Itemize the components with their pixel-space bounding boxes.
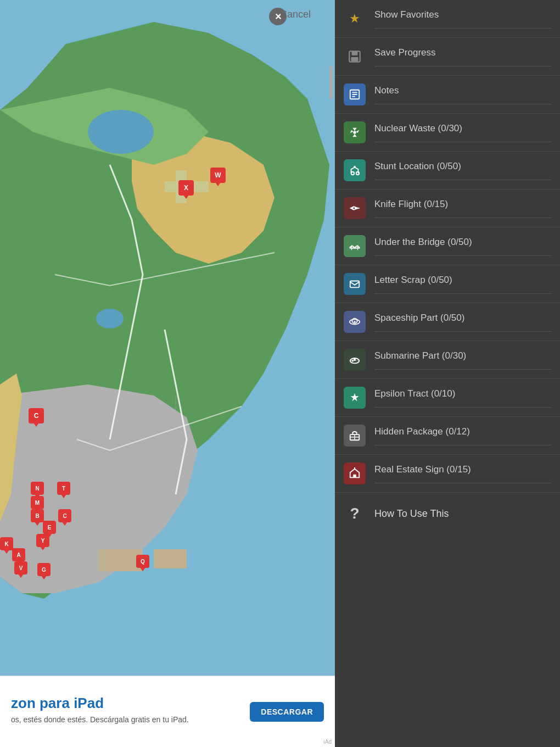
notes-icon <box>344 83 366 105</box>
notes-label: Notes <box>374 85 551 104</box>
submarine-part-icon <box>344 349 366 371</box>
svg-rect-42 <box>354 358 356 361</box>
map-marker-c[interactable]: C <box>29 408 44 423</box>
sidebar-item-real-estate[interactable]: Real Estate Sign (0/15) <box>335 455 560 493</box>
svg-point-40 <box>354 321 356 323</box>
sidebar-item-letter-scrap[interactable]: Letter Scrap (0/50) <box>335 265 560 303</box>
map-marker-t[interactable]: T <box>57 482 70 495</box>
epsilon-tract-label: Epsilon Tract (0/10) <box>374 388 551 408</box>
map-marker-w[interactable]: W <box>210 168 226 183</box>
under-bridge-icon <box>344 235 366 257</box>
nuclear-waste-label: Nuclear Waste (0/30) <box>374 123 551 142</box>
svg-point-16 <box>96 309 124 328</box>
real-estate-label: Real Estate Sign (0/15) <box>374 464 551 483</box>
sidebar: ★ Show Favorites Save Progress Notes <box>335 0 560 747</box>
map-marker-b[interactable]: B <box>31 509 44 522</box>
svg-point-32 <box>354 166 356 168</box>
map-marker-g[interactable]: G <box>37 563 51 576</box>
save-icon <box>344 46 366 68</box>
sidebar-item-nuclear-waste[interactable]: Nuclear Waste (0/30) <box>335 114 560 152</box>
knife-flight-label: Knife Flight (0/15) <box>374 199 551 218</box>
map-marker-c2[interactable]: C <box>58 509 71 522</box>
map-marker-k[interactable]: K <box>0 537 13 550</box>
svg-point-15 <box>88 110 154 154</box>
map-marker-v[interactable]: V <box>14 561 27 575</box>
ad-label: iAd <box>324 739 332 745</box>
sidebar-item-under-bridge[interactable]: Under the Bridge (0/50) <box>335 227 560 265</box>
how-to-label: How To Use This <box>374 508 449 520</box>
map-marker-y[interactable]: Y <box>36 534 49 547</box>
spaceship-part-icon <box>344 311 366 333</box>
map-panel: ✕ Cancel X W C N T M B C E Y K A V G Q z… <box>0 0 335 747</box>
sidebar-item-spaceship-part[interactable]: Spaceship Part (0/50) <box>335 303 560 341</box>
map-marker-e[interactable]: E <box>43 521 56 534</box>
svg-marker-45 <box>351 393 359 402</box>
sidebar-item-epsilon-tract[interactable]: Epsilon Tract (0/10) <box>335 379 560 417</box>
hidden-package-icon <box>344 425 366 447</box>
submarine-part-label: Submarine Part (0/30) <box>374 350 551 370</box>
hidden-package-label: Hidden Package (0/12) <box>374 426 551 445</box>
nuclear-waste-icon <box>344 121 366 143</box>
knife-flight-icon <box>344 197 366 219</box>
svg-rect-19 <box>154 549 187 568</box>
question-mark-icon: ? <box>344 503 366 525</box>
sidebar-item-save[interactable]: Save Progress <box>335 38 560 76</box>
svg-rect-23 <box>352 51 358 55</box>
sidebar-item-favorites[interactable]: ★ Show Favorites <box>335 0 560 38</box>
letter-scrap-label: Letter Scrap (0/50) <box>374 275 551 294</box>
map-marker-m[interactable]: M <box>31 496 44 509</box>
real-estate-icon <box>344 462 366 484</box>
sidebar-item-hidden-package[interactable]: Hidden Package (0/12) <box>335 417 560 455</box>
sidebar-item-stunt-location[interactable]: Stunt Location (0/50) <box>335 152 560 189</box>
sidebar-item-knife-flight[interactable]: Knife Flight (0/15) <box>335 189 560 227</box>
letter-scrap-icon <box>344 273 366 295</box>
stunt-location-label: Stunt Location (0/50) <box>374 161 551 180</box>
sidebar-item-how-to[interactable]: ? How To Use This <box>335 493 560 534</box>
svg-rect-24 <box>351 57 359 62</box>
under-bridge-label: Under the Bridge (0/50) <box>374 237 551 256</box>
epsilon-tract-icon <box>344 387 366 409</box>
map-marker-n[interactable]: N <box>31 482 44 495</box>
map-marker-a[interactable]: A <box>12 548 25 561</box>
scroll-handle[interactable] <box>329 66 333 99</box>
spaceship-part-label: Spaceship Part (0/50) <box>374 313 551 332</box>
map-marker-q[interactable]: Q <box>136 555 149 568</box>
save-label: Save Progress <box>374 47 551 66</box>
svg-point-29 <box>353 131 356 134</box>
ad-download-button[interactable]: DESCARGAR <box>250 702 324 722</box>
svg-rect-37 <box>350 281 360 288</box>
star-icon: ★ <box>344 8 366 30</box>
stunt-location-icon <box>344 159 366 181</box>
favorites-label: Show Favorites <box>374 9 551 29</box>
map-marker-x[interactable]: X <box>178 180 194 196</box>
svg-rect-49 <box>353 475 356 478</box>
sidebar-item-notes[interactable]: Notes <box>335 76 560 114</box>
ad-banner: zon para iPad os, estés donde estés. Des… <box>0 676 335 747</box>
sidebar-item-submarine-part[interactable]: Submarine Part (0/30) <box>335 341 560 379</box>
cancel-button[interactable]: Cancel <box>280 9 311 20</box>
